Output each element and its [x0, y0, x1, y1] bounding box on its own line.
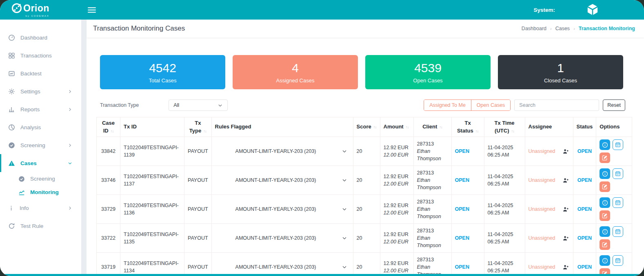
calendar-button[interactable] — [613, 139, 623, 150]
options — [596, 166, 632, 195]
assigned-to-me-button[interactable]: Assigned To Me — [424, 100, 471, 110]
col-tx-type[interactable]: Tx Type↑↓ — [184, 117, 212, 137]
calendar-button[interactable] — [613, 168, 623, 179]
assignee: Unassigned — [525, 224, 573, 253]
tx-type: PAYOUT — [184, 195, 212, 224]
sort-icon[interactable]: ↑↓ — [475, 129, 479, 133]
sidebar-subitem-monitoring[interactable]: Monitoring — [0, 185, 81, 199]
sidebar-item-analysis[interactable]: Analysis — [0, 118, 81, 136]
client: 287313Ethan Thompson — [413, 166, 451, 195]
rules-flagged: AMOUNT-LIMIT-YEARLY-203 (203) — [211, 253, 353, 276]
tx-type: PAYOUT — [184, 137, 212, 166]
rules-flagged: AMOUNT-LIMIT-YEARLY-203 (203) — [211, 224, 353, 253]
calendar-icon — [615, 171, 621, 177]
score: 20 — [353, 195, 380, 224]
sidebar: Dashboard Transactions Backtest Settings… — [0, 20, 81, 276]
options — [596, 253, 632, 276]
col-case-id[interactable]: Case ID↑↓ — [97, 117, 120, 137]
table-row: 33842 T1022049TESTINGAPI-1139 PAYOUT AMO… — [97, 137, 632, 166]
transaction-type-select[interactable]: All — [169, 99, 228, 111]
sort-icon[interactable]: ↑↓ — [439, 125, 442, 129]
col-tx-time[interactable]: Tx Time (UTC)↑↓ — [484, 117, 525, 137]
col-options: Options — [596, 117, 632, 137]
edit-button[interactable] — [600, 268, 610, 276]
status: OPEN — [573, 195, 596, 224]
assign-user-icon[interactable] — [563, 177, 569, 183]
info-button[interactable] — [600, 197, 610, 208]
col-tx-status[interactable]: Tx Status↑↓ — [451, 117, 484, 137]
calendar-button[interactable] — [613, 197, 623, 208]
info-button[interactable] — [600, 168, 610, 179]
sidebar-item-transactions[interactable]: Transactions — [0, 46, 81, 64]
assign-user-icon[interactable] — [563, 264, 569, 270]
client: 287313Ethan Thompson — [413, 137, 451, 166]
gear-icon — [8, 88, 15, 95]
orion-logo-icon — [11, 2, 22, 14]
tx-id: T1022049TESTINGAPI-1134 — [120, 253, 184, 276]
sort-icon[interactable]: ↑↓ — [373, 125, 377, 129]
col-client[interactable]: Client↑↓ — [413, 117, 451, 137]
breadcrumb-cases[interactable]: Cases — [555, 26, 570, 31]
assignee: Unassigned — [525, 253, 573, 276]
sidebar-item-backtest[interactable]: Backtest — [0, 64, 81, 82]
open-cases-button[interactable]: Open Cases — [471, 100, 510, 110]
menu-toggle-icon[interactable] — [88, 7, 96, 13]
chevron-down-icon[interactable] — [342, 148, 347, 154]
scrollbar[interactable] — [81, 20, 87, 276]
sidebar-item-cases[interactable]: Cases — [0, 154, 81, 172]
reset-button[interactable]: Reset — [603, 99, 625, 111]
edit-button[interactable] — [600, 181, 610, 192]
info-button[interactable] — [600, 226, 610, 237]
sidebar-subitem-screening[interactable]: Screening — [0, 172, 81, 185]
chevron-down-icon — [218, 103, 223, 108]
status: OPEN — [573, 166, 596, 195]
tx-time: 11-04-202506:25 AM — [484, 137, 525, 166]
edit-button[interactable] — [600, 210, 610, 221]
sort-icon[interactable]: ↑↓ — [203, 129, 207, 133]
calendar-button[interactable] — [613, 255, 623, 266]
calendar-icon — [615, 200, 621, 205]
brand-logo[interactable]: Orion by CODEMAX — [0, 0, 81, 20]
search-input[interactable] — [514, 99, 599, 111]
sort-icon[interactable]: ↑↓ — [511, 129, 514, 133]
closed-cases-card: 1 Closed Cases — [498, 55, 623, 89]
assign-user-icon[interactable] — [563, 235, 569, 241]
chevron-down-icon[interactable] — [342, 206, 347, 212]
chart-image-icon — [8, 70, 15, 77]
sidebar-item-settings[interactable]: Settings — [0, 82, 81, 100]
amount: 12.92 EUR12.00 EUR — [380, 195, 413, 224]
assign-user-icon[interactable] — [563, 148, 569, 155]
assign-user-icon[interactable] — [563, 206, 569, 212]
filter-bar: Transaction Type All Assigned To Me Open… — [87, 99, 644, 111]
col-score[interactable]: Score↑↓ — [353, 117, 380, 137]
sort-icon[interactable]: ↑↓ — [111, 129, 114, 133]
edit-button[interactable] — [600, 239, 610, 250]
sidebar-item-label: Test Rule — [20, 223, 43, 229]
sort-icon[interactable]: ↑↓ — [406, 125, 409, 129]
table-row: 33746 T1022049TESTINGAPI-1137 PAYOUT AMO… — [97, 166, 632, 195]
col-status: Status — [573, 117, 596, 137]
sidebar-item-dashboard[interactable]: Dashboard — [0, 29, 81, 46]
chevron-down-icon[interactable] — [342, 264, 347, 270]
col-amount[interactable]: Amount↑↓ — [380, 117, 413, 137]
sidebar-item-reports[interactable]: Reports — [0, 100, 81, 118]
sidebar-item-screening[interactable]: Screening — [0, 136, 81, 154]
chevron-right-icon — [68, 107, 72, 112]
system-cube-icon[interactable] — [585, 2, 600, 17]
closed-cases-value: 1 — [557, 61, 564, 75]
sidebar-item-test-rule[interactable]: Test Rule — [0, 217, 81, 235]
sidebar-item-label: Dashboard — [20, 35, 47, 41]
info-button[interactable] — [600, 255, 610, 266]
case-id: 33842 — [97, 137, 120, 166]
status: OPEN — [573, 224, 596, 253]
app-window: Orion by CODEMAX System: Dashboard — [0, 0, 644, 276]
calendar-button[interactable] — [613, 226, 623, 237]
sidebar-item-info[interactable]: Info — [0, 199, 81, 217]
edit-button[interactable] — [600, 152, 610, 163]
chevron-down-icon[interactable] — [342, 235, 347, 241]
chevron-down-icon[interactable] — [342, 177, 347, 183]
amount: 12.92 EUR12.00 EUR — [380, 224, 413, 253]
grid-icon — [8, 52, 15, 59]
breadcrumb-dashboard[interactable]: Dashboard — [522, 26, 546, 31]
info-button[interactable] — [600, 139, 610, 150]
